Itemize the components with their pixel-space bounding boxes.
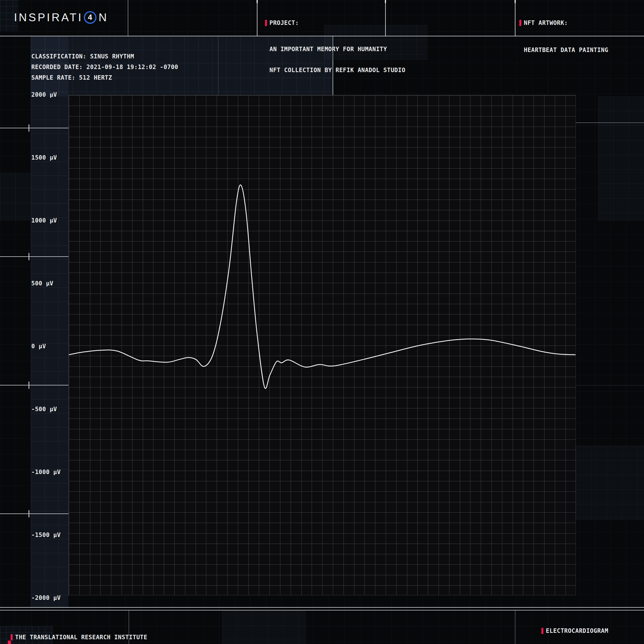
trish-line1-row: THE TRANSLATIONAL RESEARCH INSTITUTE [11, 634, 147, 641]
ecg-chart [68, 95, 576, 595]
grid-patch [222, 611, 306, 644]
logo-text-right: N [99, 11, 108, 24]
logo-circle-4-icon: 4 [84, 11, 96, 24]
y-axis-label: 0 µV [31, 342, 46, 350]
header-divider-line [0, 36, 644, 36]
sample-rate-text: SAMPLE RATE: 512 HERTZ [31, 74, 112, 81]
sidebar-panel [31, 36, 68, 607]
header-separator [515, 0, 515, 36]
ecg-trace [69, 185, 576, 388]
logo-text-left: INSPIRATI [14, 11, 83, 24]
ecg-trace-svg [69, 95, 576, 595]
top-tick [515, 0, 516, 3]
artwork-label-row: NFT ARTWORK: [519, 20, 608, 26]
y-axis-label: 1500 µV [31, 154, 57, 162]
header-separator [257, 0, 257, 36]
y-axis-label: 500 µV [31, 280, 53, 287]
red-marker-icon [11, 634, 13, 640]
project-label: PROJECT: [269, 20, 299, 26]
classification-text: CLASSIFICATION: SINUS RHYTHM [31, 53, 134, 60]
y-axis-label: -1000 µV [31, 468, 61, 476]
red-marker-icon [265, 20, 267, 26]
footer-divider-line [0, 607, 644, 608]
red-marker-icon [541, 628, 543, 634]
footer-divider-line [0, 610, 644, 610]
top-tick [257, 0, 258, 3]
artwork-block: NFT ARTWORK: HEARTBEAT DATA PAINTING [519, 6, 608, 67]
artwork-label: NFT ARTWORK: [524, 20, 568, 26]
axis-tick [0, 385, 68, 385]
axis-tick [0, 128, 68, 128]
trish-line1: THE TRANSLATIONAL RESEARCH INSTITUTE [15, 634, 147, 641]
top-tick [385, 0, 386, 3]
y-axis-label: -1500 µV [31, 531, 61, 539]
grid-patch [576, 446, 644, 520]
grid-patch [598, 96, 644, 221]
project-line1: AN IMPORTANT MEMORY FOR HUMANITY [269, 46, 405, 53]
grid-patch [0, 173, 31, 221]
y-axis-label: -500 µV [31, 405, 57, 413]
accent-line [515, 610, 515, 644]
header-separator [385, 0, 386, 36]
y-axis-label: 2000 µV [31, 91, 57, 99]
project-label-row: PROJECT: [265, 20, 405, 26]
axis-tick [0, 513, 68, 514]
project-block: PROJECT: AN IMPORTANT MEMORY FOR HUMANIT… [265, 6, 405, 87]
accent-line [218, 36, 218, 96]
trish-credit: THE TRANSLATIONAL RESEARCH INSTITUTE FOR… [11, 621, 147, 644]
accent-line [576, 122, 644, 123]
ecg-nft-artwork-screen: INSPIRATI 4 N PROJECT: AN IMPORTANT MEMO… [0, 0, 644, 644]
recorded-date-text: RECORDED DATE: 2021-09-18 19:12:02 -0700 [31, 64, 178, 70]
artwork-line1: HEARTBEAT DATA PAINTING [524, 47, 608, 53]
red-corner-mark [8, 641, 11, 644]
accent-line [128, 0, 128, 36]
project-line2: NFT COLLECTION BY REFIK ANADOL STUDIO [269, 67, 405, 74]
y-axis-label: 1000 µV [31, 217, 57, 224]
logo-circle-number: 4 [88, 13, 92, 22]
ecg-caption: ELECTROCARDIOGRAM [546, 628, 608, 634]
red-marker-icon [519, 20, 521, 26]
inspiration4-logo: INSPIRATI 4 N [14, 10, 108, 25]
axis-tick [0, 256, 68, 257]
ecg-caption-row: ELECTROCARDIOGRAM [519, 621, 608, 641]
y-axis-label: -2000 µV [31, 594, 61, 602]
